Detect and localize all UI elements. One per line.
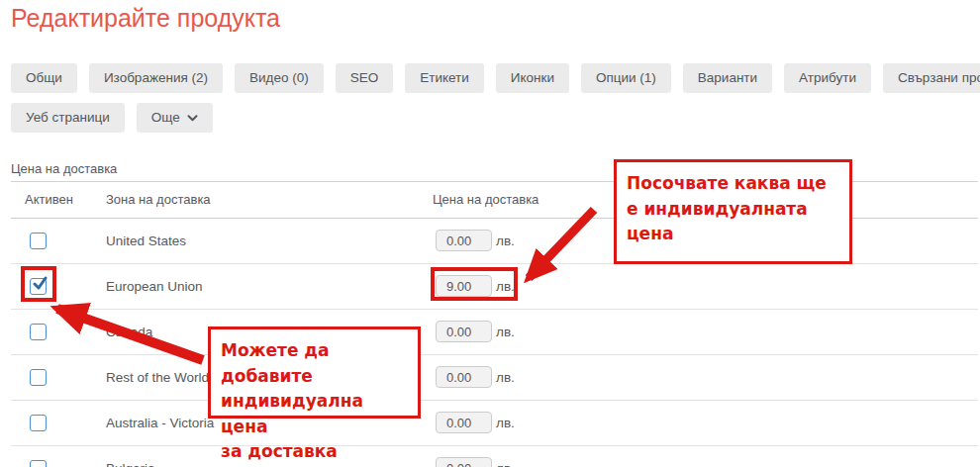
active-checkbox[interactable] bbox=[30, 415, 47, 431]
active-checkbox[interactable] bbox=[30, 324, 47, 340]
price-input[interactable] bbox=[436, 412, 492, 433]
active-checkbox[interactable] bbox=[30, 460, 47, 467]
annotation-price-note: Посочвате каква ще е индивидуалната цена bbox=[614, 159, 852, 264]
tab-web-pages[interactable]: Уеб страници bbox=[11, 103, 125, 133]
annotation-line: Посочвате каква ще bbox=[627, 171, 839, 197]
annotation-line: за доставка bbox=[221, 439, 408, 465]
shipping-zone-row: Australia - Victoria лв. bbox=[11, 400, 978, 445]
annotation-line: индивидуална цена bbox=[221, 389, 408, 439]
zone-name: United States bbox=[106, 218, 433, 263]
tab-icons[interactable]: Иконки bbox=[496, 63, 569, 93]
annotation-line: е индивидуалната bbox=[627, 197, 839, 223]
column-header-zone: Зона на доставка bbox=[106, 182, 433, 218]
active-checkbox[interactable] bbox=[30, 233, 47, 249]
currency-label: лв. bbox=[496, 325, 515, 339]
page-title: Редактирайте продукта bbox=[11, 2, 980, 34]
tab-images[interactable]: Изображения (2) bbox=[89, 63, 223, 93]
active-checkbox[interactable] bbox=[30, 278, 47, 295]
product-tabs-row-2: Уеб страници Още bbox=[11, 103, 980, 133]
edit-product-page: Редактирайте продукта Общи Изображения (… bbox=[0, 0, 980, 467]
tab-seo[interactable]: SEO bbox=[336, 63, 394, 93]
active-checkbox[interactable] bbox=[30, 369, 47, 386]
tab-general[interactable]: Общи bbox=[11, 63, 77, 93]
tab-more-label: Още bbox=[151, 103, 180, 133]
price-input[interactable] bbox=[436, 321, 492, 342]
tab-variants[interactable]: Варианти bbox=[683, 63, 772, 93]
chevron-down-icon bbox=[187, 115, 198, 122]
price-input[interactable] bbox=[436, 457, 492, 467]
currency-label: лв. bbox=[496, 461, 515, 467]
tab-options[interactable]: Опции (1) bbox=[581, 63, 671, 93]
price-input[interactable] bbox=[436, 366, 492, 388]
product-tabs-row-1: Общи Изображения (2) Видео (0) SEO Етике… bbox=[11, 63, 980, 93]
shipping-zone-row: European Union лв. bbox=[11, 263, 978, 309]
shipping-zone-row: Rest of the World лв. bbox=[11, 354, 978, 400]
price-input[interactable] bbox=[436, 275, 492, 297]
tab-labels[interactable]: Етикети bbox=[405, 63, 484, 93]
annotation-line: цена bbox=[627, 222, 839, 247]
tab-attributes[interactable]: Атрибути bbox=[784, 63, 871, 93]
zone-name: European Union bbox=[106, 263, 433, 309]
tab-video[interactable]: Видео (0) bbox=[235, 63, 324, 93]
currency-label: лв. bbox=[496, 416, 515, 430]
shipping-zone-row: Bulgaria лв. bbox=[11, 445, 978, 467]
currency-label: лв. bbox=[496, 234, 515, 248]
currency-label: лв. bbox=[496, 370, 515, 385]
tab-more[interactable]: Още bbox=[137, 103, 213, 133]
price-input[interactable] bbox=[436, 230, 492, 251]
annotation-line: Можете да добавите bbox=[221, 338, 408, 389]
annotation-checkbox-note: Можете да добавите индивидуална цена за … bbox=[208, 327, 421, 419]
currency-label: лв. bbox=[496, 279, 515, 294]
column-header-active: Активен bbox=[11, 182, 106, 218]
shipping-zone-row: Canada лв. bbox=[11, 309, 978, 354]
tab-related-products[interactable]: Свързани продукти bbox=[883, 63, 980, 93]
